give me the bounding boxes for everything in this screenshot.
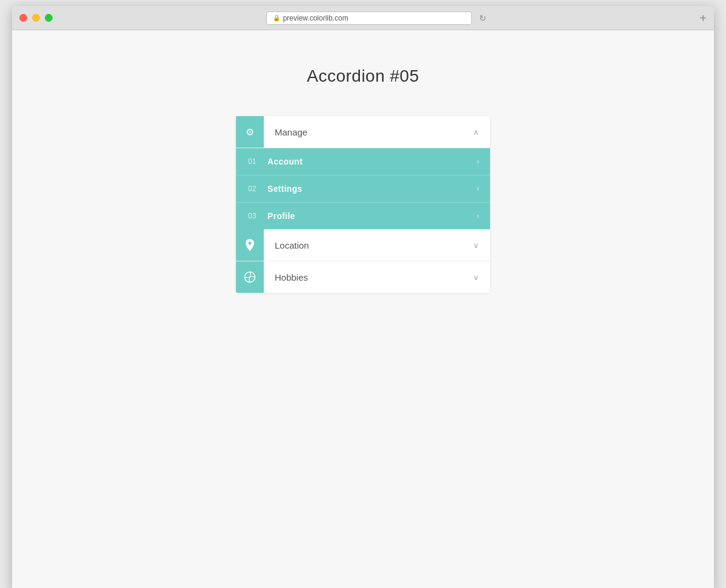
accordion-item-hobbies: Hobbies ∨ (236, 261, 490, 293)
manage-sub-items: 01 Account › 02 Settings › 03 Profile › (236, 148, 490, 229)
new-tab-button[interactable]: + (699, 12, 707, 24)
url-bar[interactable]: 🔒 preview.colorlib.com (266, 11, 472, 25)
accordion-header-manage[interactable]: ⚙ Manage ∧ (236, 116, 490, 148)
sub-item-settings[interactable]: 02 Settings › (236, 175, 490, 203)
settings-label: Settings (267, 184, 477, 194)
page-content: Accordion #05 ⚙ Manage ∧ 01 Account › 02 (12, 30, 714, 588)
manage-label: Manage (264, 117, 462, 147)
chevron-up-icon: ∧ (462, 128, 490, 137)
sub-item-profile[interactable]: 03 Profile › (236, 203, 490, 229)
profile-chevron-icon: › (477, 212, 479, 220)
account-label: Account (267, 157, 477, 166)
accordion-header-hobbies[interactable]: Hobbies ∨ (236, 261, 490, 293)
settings-number: 02 (248, 185, 259, 193)
hobbies-label: Hobbies (264, 263, 462, 292)
accordion-header-location[interactable]: Location ∨ (236, 229, 490, 261)
url-text: preview.colorlib.com (283, 14, 348, 22)
location-label: Location (264, 230, 462, 260)
page-title: Accordion #05 (307, 67, 419, 86)
location-chevron-down-icon: ∨ (462, 241, 490, 250)
account-number: 01 (248, 157, 259, 166)
maximize-button[interactable] (45, 14, 53, 22)
settings-chevron-icon: › (477, 185, 479, 193)
lock-icon: 🔒 (273, 15, 280, 21)
address-bar-container: 🔒 preview.colorlib.com ↻ (57, 11, 695, 25)
profile-number: 03 (248, 212, 259, 220)
browser-titlebar: 🔒 preview.colorlib.com ↻ + (12, 6, 714, 30)
hobbies-icon (236, 261, 264, 293)
reload-button[interactable]: ↻ (479, 13, 486, 23)
gear-icon: ⚙ (236, 116, 264, 148)
profile-label: Profile (267, 211, 477, 221)
browser-window: 🔒 preview.colorlib.com ↻ + Accordion #05… (12, 6, 714, 588)
accordion-item-location: Location ∨ (236, 229, 490, 261)
close-button[interactable] (19, 14, 27, 22)
location-icon (236, 229, 264, 261)
accordion: ⚙ Manage ∧ 01 Account › 02 Settings › (236, 116, 490, 293)
accordion-item-manage: ⚙ Manage ∧ 01 Account › 02 Settings › (236, 116, 490, 229)
hobbies-chevron-down-icon: ∨ (462, 273, 490, 282)
minimize-button[interactable] (32, 14, 40, 22)
account-chevron-icon: › (477, 157, 479, 166)
sub-item-account[interactable]: 01 Account › (236, 148, 490, 175)
